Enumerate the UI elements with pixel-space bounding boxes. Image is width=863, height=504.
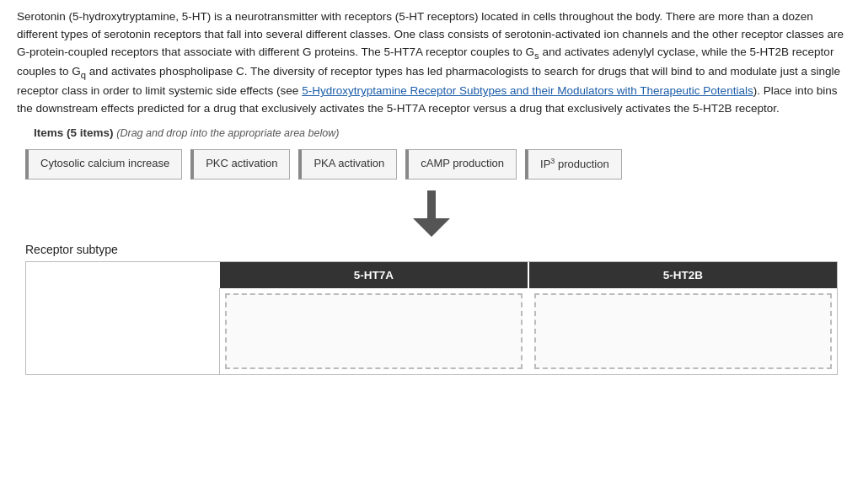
items-label: Items (5 items) [34, 126, 114, 139]
receptor-drop-cols [220, 288, 837, 374]
drag-item-2[interactable]: PKC activation [190, 149, 290, 180]
arrow-down-container [17, 188, 846, 239]
receptor-col-5ht2b: 5-HT2B [529, 262, 837, 288]
receptor-section-label: Receptor subtype [25, 243, 838, 256]
row-labels [26, 288, 220, 374]
drag-item-4-label: cAMP production [421, 157, 504, 171]
drag-item-3-label: PKA activation [314, 157, 384, 171]
drop-zone-sep [528, 288, 529, 374]
receptor-body [26, 288, 837, 374]
svg-rect-0 [427, 190, 436, 220]
items-header: Items (5 items) (Drag and drop into the … [34, 126, 846, 139]
page-content: Serotonin (5-hydroxytryptamine, 5-HT) is… [0, 0, 863, 375]
draggable-items-container: Cytosolic calcium increase PKC activatio… [25, 149, 846, 180]
receptor-col-5ht7a: 5-HT7A [220, 262, 528, 288]
drag-item-1-label: Cytosolic calcium increase [40, 157, 169, 171]
drag-item-3[interactable]: PKA activation [298, 149, 397, 180]
drag-item-5[interactable]: IP3 production [525, 149, 622, 180]
receptor-table: 5-HT7A 5-HT2B [25, 261, 838, 375]
receptor-section: Receptor subtype 5-HT7A 5-HT2B [17, 243, 846, 375]
drop-zone-5ht2b[interactable] [534, 293, 832, 369]
svg-marker-1 [413, 218, 450, 237]
drag-item-4[interactable]: cAMP production [405, 149, 517, 180]
drag-item-5-label: IP3 production [540, 157, 609, 172]
reference-link[interactable]: 5-Hydroxytryptamine Receptor Subtypes an… [302, 84, 753, 97]
drop-zone-5ht7a[interactable] [225, 293, 523, 369]
drag-item-1[interactable]: Cytosolic calcium increase [25, 149, 182, 180]
receptor-table-header: 5-HT7A 5-HT2B [26, 262, 837, 288]
header-empty-col [26, 262, 220, 288]
description-paragraph: Serotonin (5-hydroxytryptamine, 5-HT) is… [17, 8, 846, 118]
drag-hint: (Drag and drop into the appropriate area… [116, 127, 339, 139]
drag-item-2-label: PKC activation [206, 157, 277, 171]
arrow-down-icon [413, 190, 450, 237]
